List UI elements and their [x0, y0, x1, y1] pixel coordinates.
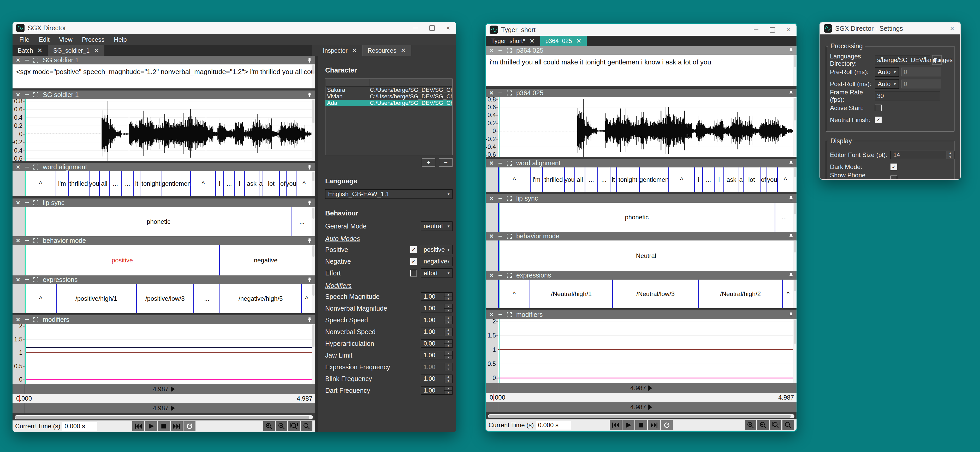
- pin-icon[interactable]: [307, 317, 312, 323]
- expand-icon[interactable]: [506, 273, 512, 278]
- panel-header[interactable]: modifiers: [486, 310, 797, 319]
- view-range-bar-top[interactable]: 4.987: [486, 383, 797, 393]
- word-alignment-track[interactable]: ^i'mthrilledyouall......ittonightgentlem…: [498, 167, 793, 192]
- dock-splitter[interactable]: [315, 56, 318, 432]
- behavior-mode-track[interactable]: Neutral: [498, 241, 793, 271]
- spinner-arrows[interactable]: ▲▼: [444, 375, 452, 382]
- skip-start-button[interactable]: [132, 421, 144, 431]
- word-segment[interactable]: lot: [262, 171, 279, 196]
- expression-segment[interactable]: ^: [301, 284, 312, 313]
- maximize-button[interactable]: [764, 24, 780, 36]
- expand-icon[interactable]: [33, 238, 39, 244]
- close-icon[interactable]: [15, 164, 21, 170]
- panel-header[interactable]: expressions: [13, 276, 315, 284]
- panel-header[interactable]: behavior mode: [486, 232, 797, 241]
- word-segment[interactable]: i'm: [530, 167, 542, 192]
- panel-header[interactable]: p364 025: [486, 46, 797, 55]
- lip-sync-segment[interactable]: phonetic: [25, 207, 291, 236]
- minimize-icon[interactable]: [498, 273, 503, 278]
- expand-icon[interactable]: [33, 200, 39, 206]
- horizontal-scrollbar[interactable]: [488, 414, 794, 418]
- pin-icon[interactable]: [788, 273, 794, 278]
- minimize-icon[interactable]: [498, 48, 503, 54]
- word-segment[interactable]: ^: [296, 171, 311, 196]
- post-roll-mode-dropdown[interactable]: Auto: [875, 79, 899, 89]
- character-row[interactable]: VivianC:/Users/berge/SG_DEV/SG_Characte.…: [325, 93, 452, 100]
- word-segment[interactable]: thrilled: [542, 167, 564, 192]
- expand-icon[interactable]: [506, 312, 512, 318]
- pin-icon[interactable]: [307, 57, 312, 63]
- spinner-arrows[interactable]: ▲▼: [444, 316, 452, 324]
- text-scrollbar[interactable]: [793, 55, 797, 86]
- sgx-text-editor[interactable]: i'm thrilled you all could make it tonig…: [486, 55, 793, 86]
- close-button[interactable]: ×: [440, 22, 456, 34]
- expand-icon[interactable]: [33, 317, 39, 323]
- modifier-spinbox[interactable]: 1.00 ▲▼: [421, 363, 453, 371]
- word-segment[interactable]: ...: [121, 171, 133, 196]
- spinner-arrows[interactable]: ▲▼: [444, 351, 452, 359]
- word-segment[interactable]: you: [89, 171, 99, 196]
- document-tab[interactable]: SG_soldier_1✕: [48, 45, 104, 56]
- expression-segment[interactable]: /negative/high/5: [220, 284, 301, 313]
- pin-icon[interactable]: [307, 238, 312, 244]
- zoom-selection-button[interactable]: [770, 420, 781, 430]
- expression-segment[interactable]: /positive/high/1: [56, 284, 136, 313]
- frame-rate-field[interactable]: 30: [875, 92, 940, 100]
- panel-header[interactable]: SG soldier 1: [13, 90, 315, 99]
- pin-icon[interactable]: [788, 160, 794, 166]
- expression-segment[interactable]: /Neutral/high/2: [698, 279, 782, 308]
- behavior-segment[interactable]: positive: [25, 245, 219, 276]
- play-button[interactable]: [145, 421, 157, 431]
- current-time-field[interactable]: 0.000 s: [536, 421, 571, 430]
- minimize-icon[interactable]: [498, 196, 503, 201]
- zoom-in-button[interactable]: [745, 420, 756, 430]
- word-segment[interactable]: i: [694, 167, 702, 192]
- menu-item[interactable]: File: [15, 36, 33, 43]
- zoom-selection-button[interactable]: [288, 421, 300, 431]
- view-range-bar-bottom[interactable]: 4.987: [13, 403, 315, 413]
- behavior-mode-track[interactable]: positivenegative: [25, 245, 312, 276]
- word-segment[interactable]: i'm: [56, 171, 68, 196]
- expand-icon[interactable]: [33, 92, 39, 98]
- modifier-spinbox[interactable]: 1.00 ▲▼: [421, 328, 453, 336]
- expand-icon[interactable]: [33, 57, 39, 63]
- spinner-arrows[interactable]: ▲▼: [444, 363, 452, 371]
- close-icon[interactable]: [488, 90, 494, 96]
- modifier-spinbox[interactable]: 1.00 ▲▼: [421, 374, 453, 383]
- zoom-out-button[interactable]: [757, 420, 769, 430]
- zoom-fit-button[interactable]: [301, 421, 312, 431]
- titlebar[interactable]: SGX Director ×: [13, 22, 456, 34]
- stop-button[interactable]: [635, 420, 647, 430]
- lip-sync-segment[interactable]: ...: [775, 203, 793, 232]
- neutral-finish-checkbox[interactable]: [875, 117, 881, 124]
- word-segment[interactable]: lot: [743, 167, 760, 192]
- panel-header[interactable]: expressions: [486, 271, 797, 279]
- pin-icon[interactable]: [788, 233, 794, 239]
- expression-segment[interactable]: ...: [193, 284, 220, 313]
- word-segment[interactable]: ^: [498, 167, 530, 192]
- pin-icon[interactable]: [307, 92, 312, 98]
- word-segment[interactable]: ask: [724, 167, 738, 192]
- time-ruler[interactable]: 0.000 4.987: [13, 394, 315, 403]
- view-range-bar-bottom[interactable]: 4.987: [486, 402, 797, 412]
- word-segment[interactable]: all: [574, 167, 585, 192]
- active-start-checkbox[interactable]: [875, 105, 881, 111]
- expand-icon[interactable]: [33, 164, 39, 170]
- document-tab[interactable]: Batch✕: [13, 45, 48, 56]
- document-tab[interactable]: Tyger_short*✕: [486, 36, 540, 46]
- tab-close-icon[interactable]: ✕: [576, 37, 581, 44]
- word-segment[interactable]: you: [564, 167, 574, 192]
- close-icon[interactable]: [488, 48, 494, 54]
- word-segment[interactable]: ...: [702, 167, 714, 192]
- close-button[interactable]: ×: [944, 22, 960, 35]
- tab-close-icon[interactable]: ✕: [94, 47, 99, 54]
- loop-button[interactable]: [661, 420, 673, 430]
- pre-roll-mode-dropdown[interactable]: Auto: [875, 67, 899, 77]
- stop-button[interactable]: [158, 421, 170, 431]
- lip-sync-segment[interactable]: ...: [291, 207, 312, 236]
- word-segment[interactable]: ...: [223, 171, 234, 196]
- close-icon[interactable]: [15, 238, 21, 244]
- minimize-icon[interactable]: [24, 238, 30, 244]
- menu-item[interactable]: Edit: [35, 36, 54, 43]
- modifier-spinbox[interactable]: 1.00 ▲▼: [421, 386, 453, 395]
